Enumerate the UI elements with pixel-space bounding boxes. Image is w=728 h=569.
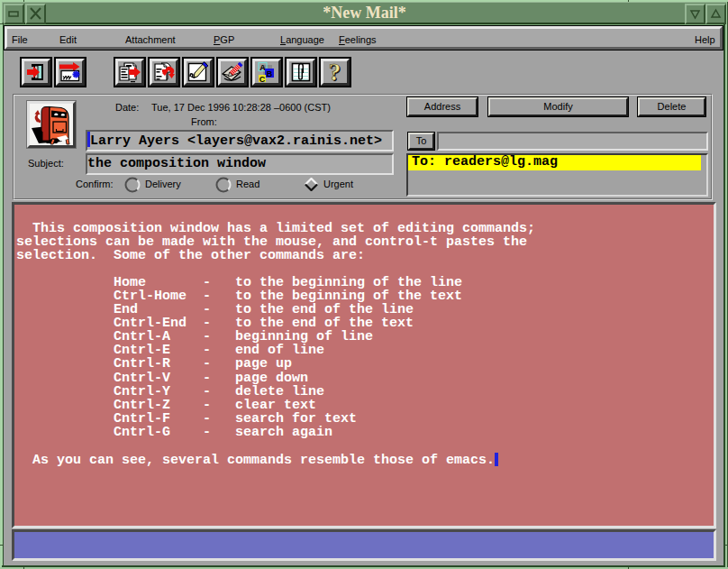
svg-text:B: B [267,69,273,78]
svg-text:C: C [259,75,266,84]
svg-text:?: ? [329,61,341,83]
